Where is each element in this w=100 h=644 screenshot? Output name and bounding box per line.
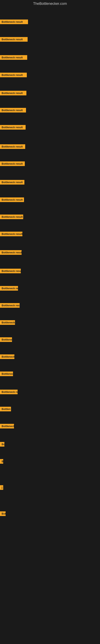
bottleneck-item-2: Bottleneck result <box>0 37 28 42</box>
bottleneck-label-24: Bottleneck <box>0 424 14 428</box>
bottleneck-label-1: Bottleneck result <box>0 20 28 24</box>
bottleneck-item-1: Bottleneck result <box>0 20 28 25</box>
bottleneck-item-9: Bottleneck result <box>0 162 25 167</box>
bottleneck-label-25: Bo <box>0 442 4 446</box>
bottleneck-label-7: Bottleneck result <box>0 125 26 130</box>
bottleneck-label-5: Bottleneck result <box>0 91 26 96</box>
bottleneck-item-5: Bottleneck result <box>0 91 26 96</box>
site-title: TheBottlenecker.com <box>0 0 100 8</box>
bottleneck-label-14: Bottleneck result <box>0 250 22 255</box>
bottleneck-item-27: | <box>0 485 3 491</box>
bottleneck-item-7: Bottleneck result <box>0 125 26 130</box>
bottleneck-label-28: Bot <box>0 512 6 516</box>
bottleneck-item-13: Bottleneck result <box>0 232 22 237</box>
bottleneck-item-10: Bottleneck result <box>0 180 24 185</box>
bottleneck-label-10: Bottleneck result <box>0 180 24 184</box>
bottleneck-label-3: Bottleneck result <box>0 55 27 60</box>
bottleneck-label-11: Bottleneck result <box>0 198 24 202</box>
bottleneck-label-17: Bottleneck resul <box>0 303 20 308</box>
bottleneck-label-16: Bottleneck re <box>0 286 18 290</box>
bottleneck-item-25: Bo <box>0 442 4 448</box>
bottleneck-label-21: Bottlenec <box>0 372 13 376</box>
bottleneck-item-28: Bot <box>0 512 6 517</box>
bottleneck-label-9: Bottleneck result <box>0 162 25 166</box>
bottleneck-item-3: Bottleneck result <box>0 55 27 60</box>
bottleneck-item-23: Bottlen <box>0 407 11 412</box>
bottleneck-label-4: Bottleneck result <box>0 73 27 77</box>
bottleneck-label-19: Bottlene <box>0 337 12 342</box>
bottleneck-label-20: Bottleneck <box>0 354 14 359</box>
bottleneck-item-16: Bottleneck re <box>0 286 18 292</box>
bottleneck-label-27: | <box>0 485 3 490</box>
bottleneck-item-17: Bottleneck resul <box>0 303 20 308</box>
bottleneck-item-12: Bottleneck result <box>0 214 23 220</box>
bottleneck-label-22: Bottleneck re <box>0 390 18 394</box>
bottleneck-label-2: Bottleneck result <box>0 37 28 42</box>
bottleneck-item-19: Bottlene <box>0 337 12 343</box>
bottleneck-item-4: Bottleneck result <box>0 73 27 78</box>
bottleneck-item-15: Bottleneck result <box>0 269 21 274</box>
bottleneck-label-13: Bottleneck result <box>0 232 22 236</box>
bottleneck-label-8: Bottleneck result <box>0 144 25 149</box>
bottleneck-item-14: Bottleneck result <box>0 250 22 256</box>
bottleneck-label-6: Bottleneck result <box>0 108 26 112</box>
bottleneck-item-18: Bottleneck <box>0 320 15 326</box>
bottleneck-label-12: Bottleneck result <box>0 214 23 219</box>
bottleneck-item-8: Bottleneck result <box>0 144 25 150</box>
bottleneck-item-11: Bottleneck result <box>0 198 24 203</box>
bottleneck-item-26: B <box>0 459 3 464</box>
bottleneck-label-26: B <box>0 459 3 464</box>
bottleneck-label-15: Bottleneck result <box>0 269 21 273</box>
bottleneck-item-21: Bottlenec <box>0 372 13 377</box>
bottleneck-item-22: Bottleneck re <box>0 390 18 395</box>
bottleneck-label-18: Bottleneck <box>0 320 15 325</box>
bottleneck-item-6: Bottleneck result <box>0 108 26 113</box>
bottleneck-item-24: Bottleneck <box>0 424 14 429</box>
bottleneck-item-20: Bottleneck <box>0 354 14 360</box>
bottleneck-label-23: Bottlen <box>0 407 11 411</box>
